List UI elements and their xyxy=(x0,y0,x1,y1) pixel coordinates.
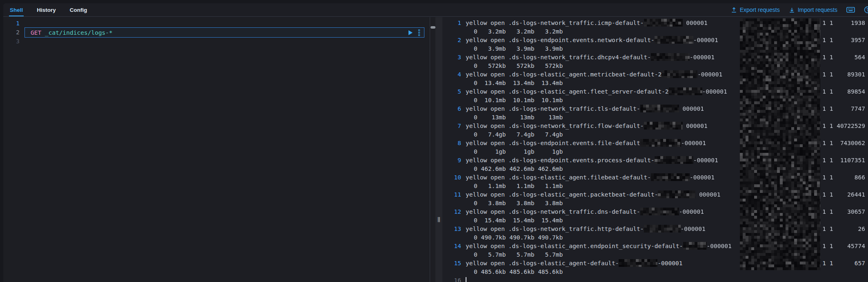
redacted-text xyxy=(655,36,693,44)
redacted-text xyxy=(644,19,683,27)
output-line-number: 1 xyxy=(442,19,461,27)
panel-resizer[interactable]: ‖ xyxy=(435,17,442,282)
index-name-text: yellow open .ds-logs-elastic_agent.fileb… xyxy=(466,174,715,181)
output-line-number: 2 xyxy=(442,36,461,45)
help-button[interactable]: ? xyxy=(864,6,868,13)
text-cursor xyxy=(466,277,466,282)
redacted-text xyxy=(640,208,679,215)
output-line-number: 7 xyxy=(442,122,461,130)
index-name-text: yellow open .ds-logs-elastic_agent.endpo… xyxy=(466,243,732,249)
redacted-text xyxy=(662,70,697,78)
index-sizes-text: 0 7.4gb 7.4gb 7.4gb xyxy=(466,131,563,138)
shards-and-doc-count: 1 1 3957 xyxy=(822,36,865,45)
index-name-text: yellow open .ds-logs-network_traffic.htt… xyxy=(466,226,706,232)
redacted-uuid-column xyxy=(740,18,820,270)
header-actions: Export requests Import requests xyxy=(731,6,868,13)
redacted-text xyxy=(651,53,690,61)
selected-request[interactable]: GET _cat/indices/logs-* xyxy=(24,27,424,38)
shards-and-doc-count: 1 1 30657 xyxy=(822,208,865,216)
redacted-text xyxy=(640,139,681,147)
send-request-button[interactable] xyxy=(408,30,413,35)
index-name-text: yellow open .ds-logs-network_traffic.dns… xyxy=(466,208,704,215)
console-header: Shell History Config Export requests xyxy=(3,3,868,17)
help-icon: ? xyxy=(864,6,868,13)
index-name-text: yellow open .ds-logs-elastic_agent-defau… xyxy=(466,260,683,266)
index-name-text: yellow open .ds-logs-endpoint.events.net… xyxy=(466,37,718,43)
editor-scrollbar-thumb[interactable] xyxy=(431,26,435,29)
shards-and-doc-count: 1 1 564 xyxy=(822,53,865,62)
export-requests-button[interactable]: Export requests xyxy=(731,7,780,13)
index-sizes-text: 0 462.6mb 462.6mb 462.6mb xyxy=(466,166,563,172)
redacted-text xyxy=(683,242,707,250)
index-sizes-text: 0 1gb 1gb 1gb xyxy=(466,148,563,155)
shards-and-doc-count: 1 1 45774 xyxy=(822,242,865,251)
index-sizes-text: 0 3.8mb 3.8mb 3.8mb xyxy=(466,200,563,206)
output-line-number: 16 xyxy=(442,276,461,282)
editor-line-number: 3 xyxy=(3,37,20,46)
export-icon xyxy=(731,7,737,13)
output-line-number: 12 xyxy=(442,208,461,216)
redacted-text xyxy=(619,259,657,267)
tab-config[interactable]: Config xyxy=(66,3,91,16)
editor-line-1: 1 xyxy=(3,19,435,28)
redacted-text xyxy=(644,122,683,130)
index-sizes-text: 0 15.4mb 15.4mb 15.4mb xyxy=(466,217,563,224)
shards-and-doc-count: 1 1 1938 xyxy=(822,19,865,27)
index-name-text: yellow open .ds-logs-endpoint.events.fil… xyxy=(466,140,706,146)
shards-and-doc-count: 1 1 657 xyxy=(822,259,865,268)
index-name-text: yellow open .ds-logs-network_traffic.flo… xyxy=(466,123,708,129)
app-root: Shell History Config Export requests xyxy=(0,0,868,282)
console-panel: Shell History Config Export requests xyxy=(3,3,868,282)
shards-and-doc-count: 1 1 1107351 xyxy=(822,156,865,165)
index-name-text: yellow open .ds-logs-network_traffic.icm… xyxy=(466,20,708,26)
index-sizes-text: 0 10.1mb 10.1mb 10.1mb xyxy=(466,97,563,103)
resizer-grip-icon: ‖ xyxy=(435,216,442,222)
index-name-text: yellow open .ds-logs-elastic_agent.metri… xyxy=(466,71,722,78)
index-name-text: yellow open .ds-logs-elastic_agent.fleet… xyxy=(466,88,727,95)
index-name-text: yellow open .ds-logs-endpoint.events.pro… xyxy=(466,157,718,163)
tab-history[interactable]: History xyxy=(33,3,60,16)
index-sizes-text: 0 13mb 13mb 13mb xyxy=(466,114,563,121)
index-sizes-text: 0 3.2mb 3.2mb 3.2mb xyxy=(466,28,563,35)
editor-line-number: 2 xyxy=(3,28,20,37)
output-trailing-line: 16 xyxy=(442,276,868,282)
index-name-text: yellow open .ds-logs-elastic_agent.packe… xyxy=(466,191,721,198)
export-requests-label: Export requests xyxy=(740,7,780,13)
shards-and-doc-count: 1 1 7430062 xyxy=(822,139,865,148)
request-text: GET _cat/indices/logs-* xyxy=(25,28,113,37)
console-tabs: Shell History Config xyxy=(3,3,97,16)
index-sizes-text: 0 5.7mb 5.7mb 5.7mb xyxy=(466,251,563,258)
shards-and-doc-count: 1 1 26441 xyxy=(822,190,865,199)
redacted-text xyxy=(655,156,693,164)
editor-line-2: 2 GET _cat/indices/logs-* xyxy=(3,28,435,37)
editor-border xyxy=(430,17,430,282)
request-menu-button[interactable] xyxy=(418,29,420,36)
shards-and-doc-count: 1 1 26 xyxy=(822,225,865,233)
shards-and-doc-count: 1 1 89301 xyxy=(822,70,865,79)
redacted-text xyxy=(640,105,679,112)
index-name-text: yellow open .ds-logs-network_traffic.dhc… xyxy=(466,54,715,60)
shards-and-doc-count: 1 1 40722529 xyxy=(822,122,865,130)
output-line-number: 13 xyxy=(442,225,461,233)
output-line-number: 14 xyxy=(442,242,461,251)
index-sizes-text: 0 572kb 572kb 572kb xyxy=(466,63,563,69)
redacted-text xyxy=(658,190,695,198)
import-requests-button[interactable]: Import requests xyxy=(789,7,837,13)
svg-text:?: ? xyxy=(866,8,868,12)
index-sizes-text: 0 3.9mb 3.9mb 3.9mb xyxy=(466,45,563,52)
output-line-number: 4 xyxy=(442,70,461,79)
request-editor[interactable]: 1 2 GET _cat/indices/logs-* 3 xyxy=(3,17,435,282)
index-name-text: yellow open .ds-logs-network_traffic.tls… xyxy=(466,105,704,112)
output-line-number: 6 xyxy=(442,105,461,113)
keyboard-shortcuts-button[interactable] xyxy=(846,7,855,13)
import-requests-label: Import requests xyxy=(798,7,837,13)
keyboard-icon xyxy=(846,7,855,13)
output-line-number: 5 xyxy=(442,87,461,96)
index-sizes-text: 0 1.1mb 1.1mb 1.1mb xyxy=(466,183,563,189)
tab-shell[interactable]: Shell xyxy=(6,3,27,16)
output-line-number: 8 xyxy=(442,139,461,148)
response-output[interactable]: 1yellow open .ds-logs-network_traffic.ic… xyxy=(442,17,868,282)
output-line-number: 10 xyxy=(442,173,461,182)
redacted-text xyxy=(651,173,690,181)
request-url: _cat/indices/logs-* xyxy=(45,29,113,36)
